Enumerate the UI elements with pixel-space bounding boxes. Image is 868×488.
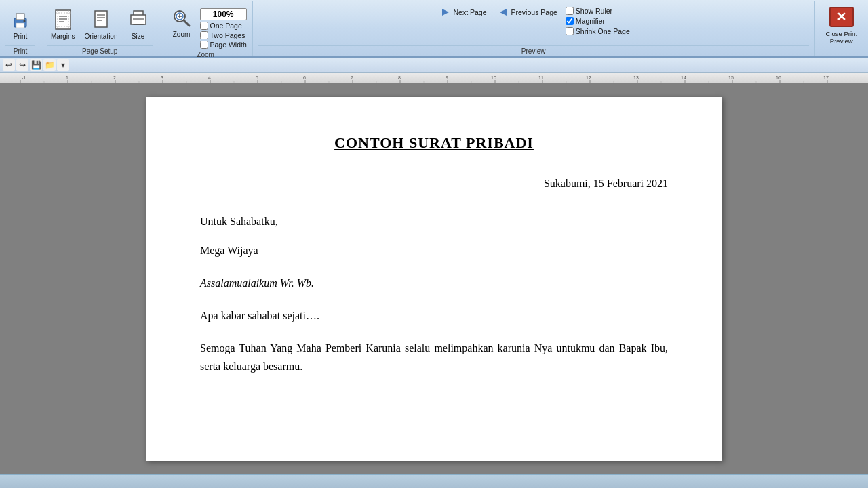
document-para1: Apa kabar sahabat sejati….: [200, 307, 668, 325]
document-date: Sukabumi, 15 Februari 2021: [200, 175, 668, 192]
svg-text:9: 9: [446, 75, 448, 80]
svg-text:1: 1: [66, 75, 68, 80]
zoom-button[interactable]: Zoom: [165, 5, 199, 40]
shrink-label: Shrink One Page: [576, 27, 630, 35]
save-button[interactable]: 💾: [30, 59, 42, 71]
ribbon-section-close: ✕ Close Print Preview: [815, 1, 868, 56]
magnifier-label: Magnifier: [576, 17, 605, 25]
svg-marker-24: [442, 9, 449, 16]
document-recipient-name: Mega Wijaya: [200, 242, 668, 260]
print-icon: [9, 9, 31, 31]
svg-rect-2: [16, 23, 24, 28]
one-page-checkbox[interactable]: One Page: [200, 22, 247, 30]
svg-point-3: [24, 20, 26, 22]
svg-text:2: 2: [113, 75, 116, 80]
one-page-check[interactable]: [200, 22, 208, 30]
page-width-label: Page Width: [210, 41, 247, 49]
svg-text:10: 10: [491, 75, 496, 80]
svg-text:8: 8: [398, 75, 401, 80]
more-button[interactable]: ▾: [57, 59, 69, 71]
prev-page-icon: [498, 7, 509, 18]
document-greeting: Assalamualaikum Wr. Wb.: [200, 274, 668, 292]
svg-marker-25: [500, 9, 507, 16]
zoom-icon: [171, 7, 193, 29]
ruler-svg: -1 1 2 3 4 5 6 7 8 9 10 11 12 1: [0, 73, 868, 83]
orientation-label: Orientation: [85, 33, 118, 40]
svg-rect-1: [16, 14, 24, 20]
margins-icon: [52, 9, 74, 31]
document-para2: Semoga Tuhan Yang Maha Pemberi Karunia s…: [200, 339, 668, 375]
two-pages-label: Two Pages: [210, 31, 245, 39]
magnifier-checkbox[interactable]: Magnifier: [566, 17, 630, 25]
svg-text:6: 6: [303, 75, 306, 80]
previous-page-label: Previous Page: [511, 8, 557, 16]
size-label: Size: [132, 33, 144, 40]
show-ruler-check[interactable]: [566, 7, 574, 15]
magnifier-check[interactable]: [566, 17, 574, 25]
svg-text:13: 13: [633, 75, 639, 80]
svg-text:-1: -1: [22, 75, 26, 80]
svg-text:12: 12: [586, 75, 591, 80]
ruler: -1 1 2 3 4 5 6 7 8 9 10 11 12 1: [0, 73, 868, 83]
ribbon-section-page-setup: Margins Orientation: [41, 1, 159, 56]
page-width-checkbox[interactable]: Page Width: [200, 41, 247, 49]
next-page-label: Next Page: [454, 8, 487, 16]
two-pages-check[interactable]: [200, 31, 208, 39]
two-pages-checkbox[interactable]: Two Pages: [200, 31, 247, 39]
previous-page-button[interactable]: Previous Page: [495, 5, 560, 19]
page-width-check[interactable]: [200, 41, 208, 49]
ribbon-section-preview: Next Page Previous Page Show Ruler Magni…: [253, 1, 815, 56]
next-page-icon: [440, 7, 451, 18]
svg-line-21: [184, 20, 189, 26]
svg-text:4: 4: [208, 75, 211, 80]
show-ruler-label: Show Ruler: [576, 7, 612, 15]
svg-text:15: 15: [728, 75, 734, 80]
quick-access-toolbar: ↩ ↪ 💾 📁 ▾: [0, 58, 868, 73]
document-area: CONTOH SURAT PRIBADI Sukabumi, 15 Februa…: [0, 83, 868, 474]
zoom-section-label: Zoom: [165, 49, 247, 60]
svg-text:7: 7: [351, 75, 353, 80]
document-recipient: Untuk Sahabatku,: [200, 213, 668, 230]
svg-text:3: 3: [161, 75, 163, 80]
document-title: CONTOH SURAT PRIBADI: [200, 131, 668, 155]
close-print-preview-button[interactable]: ✕ Close Print Preview: [822, 4, 861, 48]
page-setup-section-label: Page Setup: [47, 45, 153, 56]
margins-label: Margins: [51, 33, 75, 40]
print-label: Print: [14, 33, 28, 40]
close-print-preview-label: Close Print Preview: [826, 30, 857, 45]
close-icon: ✕: [829, 7, 854, 27]
show-ruler-checkbox[interactable]: Show Ruler: [566, 7, 630, 15]
preview-section-label: Preview: [258, 45, 809, 56]
svg-text:11: 11: [538, 75, 544, 80]
ribbon-section-print: Print Print: [0, 1, 41, 56]
zoom-100-button[interactable]: 100%: [200, 8, 247, 20]
zoom-label: Zoom: [173, 30, 191, 38]
print-section-label: Print: [5, 45, 35, 56]
svg-text:5: 5: [256, 75, 258, 80]
svg-text:14: 14: [681, 75, 686, 80]
redo-button[interactable]: ↪: [16, 59, 28, 71]
size-button[interactable]: Size: [123, 7, 153, 42]
one-page-label: One Page: [210, 22, 242, 30]
svg-text:16: 16: [776, 75, 781, 80]
ribbon: Print Print: [0, 0, 868, 58]
shrink-one-page-checkbox[interactable]: Shrink One Page: [566, 27, 630, 35]
open-button[interactable]: 📁: [43, 59, 56, 71]
document-page: CONTOH SURAT PRIBADI Sukabumi, 15 Februa…: [146, 97, 722, 461]
print-button[interactable]: Print: [5, 7, 35, 42]
next-page-button[interactable]: Next Page: [437, 5, 490, 19]
margins-button[interactable]: Margins: [47, 7, 79, 42]
status-bar: [0, 474, 868, 488]
undo-button[interactable]: ↩: [3, 59, 15, 71]
svg-rect-12: [95, 11, 107, 27]
svg-rect-17: [131, 15, 146, 24]
zoom-100-label: 100%: [213, 9, 234, 19]
svg-rect-26: [0, 73, 868, 83]
orientation-icon: [90, 9, 112, 31]
shrink-check[interactable]: [566, 27, 574, 35]
size-icon: [127, 9, 149, 31]
svg-text:17: 17: [823, 75, 829, 80]
orientation-button[interactable]: Orientation: [81, 7, 122, 42]
ribbon-section-zoom: Zoom 100% One Page Two Pages Page Width: [159, 1, 253, 56]
